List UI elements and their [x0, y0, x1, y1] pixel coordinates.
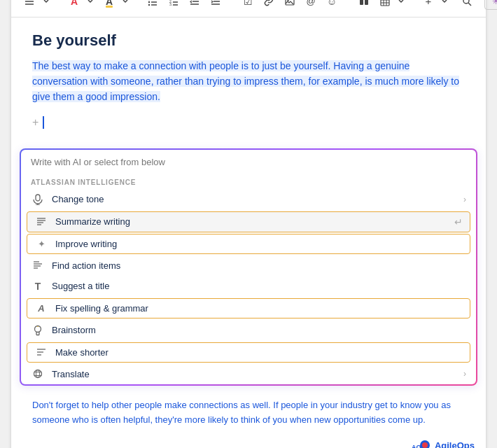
svg-point-48 — [34, 370, 42, 378]
toolbar-group-menu — [20, 0, 52, 11]
text-color-chevron[interactable] — [85, 0, 95, 11]
indent-button[interactable] — [206, 0, 225, 11]
ordered-list-button[interactable]: 1.2.3. — [164, 0, 183, 11]
translate-icon — [31, 369, 45, 379]
brainstorm-icon — [31, 325, 45, 336]
spelling-icon: A — [34, 303, 48, 314]
ai-menu-item-suggest-title[interactable]: T Suggest a title — [21, 276, 476, 297]
translate-chevron: › — [463, 369, 466, 379]
write-icon: ✳ — [492, 0, 497, 6]
toolbar-group-insert: ☑ @ ☺ — [238, 0, 342, 11]
ai-section-label: ATLASSIAN INTELLIGENCE — [21, 174, 476, 189]
highlight-button[interactable]: A — [99, 0, 119, 11]
summarize-label: Summarize writing — [55, 216, 454, 227]
svg-rect-32 — [36, 195, 40, 201]
text-cursor — [43, 116, 44, 129]
more-options-button[interactable]: + — [419, 0, 438, 11]
search-button[interactable] — [462, 0, 472, 11]
svg-rect-23 — [360, 0, 363, 5]
svg-rect-24 — [365, 0, 368, 5]
mic-icon — [31, 194, 45, 205]
text-color-button[interactable]: A — [64, 0, 84, 11]
emoji-button[interactable]: ☺ — [322, 0, 342, 11]
find-actions-label: Find action items — [52, 260, 466, 271]
brand-logo-icon: AO — [411, 435, 430, 448]
mention-button[interactable]: @ — [301, 0, 321, 11]
body-highlighted: The best way to make a connection with p… — [32, 60, 459, 103]
document-body: The best way to make a connection with p… — [32, 58, 465, 105]
improve-label: Improve writing — [55, 239, 463, 249]
columns-button[interactable] — [354, 0, 374, 11]
fix-spelling-label: Fix spelling & grammar — [55, 303, 463, 314]
footer-text-content: Don't forget to help other people make c… — [32, 400, 451, 425]
ai-menu-item-brainstorm[interactable]: Brainstorm — [21, 320, 476, 341]
write-button[interactable]: ✳ Write — [484, 0, 497, 10]
footer-highlight-1: Don't forget to help other people make c… — [32, 400, 451, 425]
action-items-icon — [31, 260, 45, 270]
table-chevron[interactable] — [396, 0, 406, 11]
highlight-chevron[interactable] — [120, 0, 130, 11]
bullet-list-button[interactable] — [143, 0, 162, 11]
link-button[interactable] — [259, 0, 279, 11]
checkbox-button[interactable]: ☑ — [238, 0, 258, 11]
change-tone-chevron: › — [463, 195, 466, 204]
suggest-title-icon: T — [31, 281, 45, 292]
ai-menu-item-actions[interactable]: Find action items — [21, 255, 476, 276]
suggest-title-label: Suggest a title — [52, 281, 466, 291]
menu-chevron-button[interactable] — [41, 0, 52, 11]
svg-text:3.: 3. — [169, 2, 172, 6]
svg-text:AO: AO — [412, 444, 421, 448]
image-button[interactable] — [280, 0, 300, 11]
ai-menu-item-shorter[interactable]: Make shorter — [27, 342, 470, 363]
ai-menu-item-improve[interactable]: ✦ Improve writing — [27, 234, 470, 254]
toolbar-group-more: + — [419, 0, 449, 11]
make-shorter-icon — [34, 349, 48, 356]
add-content-button[interactable]: + — [32, 116, 38, 129]
summarize-icon — [34, 217, 48, 227]
table-button[interactable] — [375, 0, 395, 11]
change-tone-label: Change tone — [52, 194, 463, 204]
ai-menu-item-translate[interactable]: Translate › — [21, 364, 476, 384]
hamburger-menu-button[interactable] — [20, 0, 39, 11]
brand-footer: AO AgileOps — [11, 433, 486, 448]
footer-text: Don't forget to help other people make c… — [11, 391, 486, 433]
ai-menu-item-summarize[interactable]: Summarize writing ↵ — [27, 211, 470, 232]
more-chevron[interactable] — [440, 0, 449, 11]
brainstorm-label: Brainstorm — [52, 325, 466, 335]
ai-menu-item-change-tone[interactable]: Change tone › — [21, 189, 476, 210]
return-icon: ↵ — [454, 216, 463, 227]
translate-label: Translate — [52, 369, 463, 379]
make-shorter-label: Make shorter — [55, 347, 463, 358]
editor-content: Be yourself The best way to make a conne… — [11, 18, 486, 148]
svg-point-5 — [148, 1, 150, 2]
editor-container: A A 1.2.3. — [10, 0, 486, 448]
brand-name: AgileOps — [435, 440, 475, 448]
outdent-button[interactable] — [185, 0, 204, 11]
ai-popup: ATLASSIAN INTELLIGENCE Change tone › Sum… — [20, 148, 477, 386]
svg-line-31 — [468, 3, 471, 6]
ai-input-field[interactable] — [21, 150, 476, 174]
cursor-line: + — [32, 116, 465, 129]
toolbar-group-highlight: A — [99, 0, 130, 11]
toolbar-group-lists: 1.2.3. — [143, 0, 225, 11]
ai-menu-item-spelling[interactable]: A Fix spelling & grammar — [27, 298, 470, 318]
toolbar-group-text-color: A — [64, 0, 95, 11]
svg-point-49 — [36, 370, 40, 378]
toolbar-group-layout — [354, 0, 406, 11]
improve-icon: ✦ — [34, 239, 48, 249]
svg-point-7 — [148, 4, 150, 5]
document-title: Be yourself — [32, 31, 465, 50]
toolbar: A A 1.2.3. — [11, 0, 486, 18]
